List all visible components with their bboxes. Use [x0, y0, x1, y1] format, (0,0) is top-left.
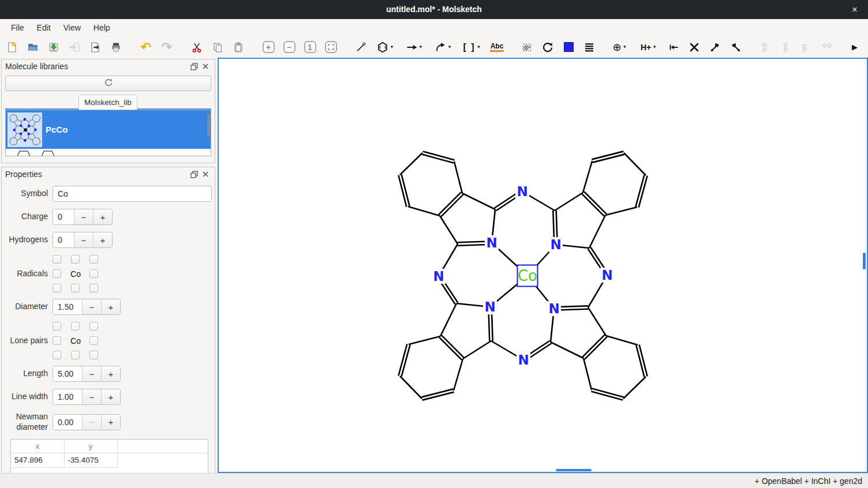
canvas-horizontal-scrollbar-thumb[interactable] — [556, 469, 592, 471]
radicals-checkbox-3[interactable] — [53, 269, 61, 278]
atom-label-Co[interactable]: Co — [518, 267, 537, 284]
charge-value[interactable]: 0 — [53, 209, 74, 224]
diameter-increment-button[interactable]: + — [101, 299, 120, 314]
cut-button[interactable] — [188, 39, 205, 56]
newman-diameter-value[interactable]: 0.00 — [53, 415, 82, 430]
paste-button[interactable] — [230, 39, 247, 56]
hydrogens-decrement-button[interactable]: − — [74, 232, 93, 247]
coords-cell[interactable]: -35.4075 — [64, 453, 117, 467]
coords-row[interactable]: 547.896-35.4075 — [11, 453, 208, 467]
toolbar-expand-button[interactable]: ▶ — [846, 39, 863, 56]
zoom-out-button[interactable]: − — [280, 39, 298, 56]
mechanism-arrow-button[interactable]: ▼ — [431, 39, 456, 56]
lone-pairs-checkbox-8[interactable] — [89, 351, 98, 359]
diameter-spinbox[interactable]: 1.50−+ — [53, 299, 121, 315]
reaction-arrow-button[interactable]: ▼ — [402, 39, 427, 56]
menu-file[interactable]: File — [5, 21, 31, 35]
menu-edit[interactable]: Edit — [31, 21, 57, 35]
brackets-button[interactable]: [ ]▼ — [459, 39, 485, 56]
lone-pairs-checkbox-1[interactable] — [71, 322, 80, 331]
coords-cell[interactable]: 547.896 — [11, 453, 64, 467]
panel-float-icon[interactable] — [188, 168, 200, 180]
symbol-field[interactable]: Co — [53, 186, 212, 202]
flip-vertical-button[interactable] — [727, 39, 744, 56]
library-item-pcco[interactable]: PcCo — [6, 110, 211, 149]
flip-horizontal-button[interactable] — [706, 39, 724, 56]
radicals-checkbox-7[interactable] — [71, 284, 80, 292]
lasso-select-button[interactable] — [518, 39, 536, 56]
atom-label-N[interactable]: N — [518, 352, 529, 367]
charge-decrement-button[interactable]: − — [74, 209, 93, 224]
library-scrollbar-thumb[interactable] — [207, 114, 210, 137]
color-button[interactable] — [560, 39, 577, 56]
length-decrement-button[interactable]: − — [82, 366, 101, 381]
diameter-decrement-button[interactable]: − — [82, 299, 101, 314]
open-file-button[interactable] — [24, 39, 42, 56]
atom-label-N[interactable]: N — [433, 269, 444, 284]
molecule-drawing[interactable]: NNNNNNNNCo — [219, 59, 867, 472]
lone-pairs-checkbox-0[interactable] — [53, 322, 61, 331]
new-file-button[interactable] — [3, 39, 21, 56]
atom-label-N[interactable]: N — [548, 301, 559, 316]
library-item-next-partial[interactable] — [6, 149, 211, 156]
hydrogens-value[interactable]: 0 — [53, 232, 74, 247]
atom-label-N[interactable]: N — [517, 184, 527, 199]
delete-button[interactable] — [686, 39, 703, 56]
export-button[interactable] — [87, 39, 104, 56]
charge-button[interactable]: ⊕▼ — [607, 39, 633, 56]
line-width-decrement-button[interactable]: − — [82, 389, 101, 404]
menu-view[interactable]: View — [57, 21, 87, 35]
panel-float-icon[interactable] — [188, 61, 200, 72]
hydrogens-increment-button[interactable]: + — [93, 232, 112, 247]
undo-button[interactable]: ↶ — [137, 39, 155, 56]
radicals-checkbox-8[interactable] — [89, 284, 98, 292]
radicals-checkbox-0[interactable] — [53, 255, 61, 264]
panel-close-icon[interactable] — [200, 61, 211, 72]
radicals-checkbox-2[interactable] — [89, 255, 98, 264]
zoom-original-button[interactable]: 1 — [301, 39, 319, 56]
line-width-value[interactable]: 1.00 — [53, 389, 82, 404]
panel-close-icon[interactable] — [200, 168, 211, 180]
radicals-checkbox-1[interactable] — [71, 255, 80, 264]
line-width-spinbox[interactable]: 1.00−+ — [53, 389, 121, 405]
ring-tool-button[interactable]: ▼ — [373, 39, 398, 56]
hydrogens-spinbox[interactable]: 0−+ — [53, 232, 113, 248]
draw-bond-button[interactable] — [352, 39, 369, 56]
newman-diameter-spinbox[interactable]: 0.00−+ — [53, 414, 121, 430]
lone-pairs-checkbox-2[interactable] — [89, 322, 98, 331]
menu-help[interactable]: Help — [87, 21, 117, 35]
radicals-checkbox-6[interactable] — [53, 284, 61, 292]
canvas-vertical-scrollbar-thumb[interactable] — [863, 253, 866, 269]
length-value[interactable]: 5.00 — [53, 366, 82, 381]
zoom-in-button[interactable]: + — [260, 39, 277, 56]
line-width-button[interactable] — [581, 39, 598, 56]
library-refresh-button[interactable] — [5, 76, 211, 91]
copy-button[interactable] — [209, 39, 226, 56]
tab-molsketch-lib[interactable]: Molsketch_lib — [78, 95, 137, 110]
length-increment-button[interactable]: + — [101, 366, 120, 381]
window-close-button[interactable]: × — [846, 0, 863, 19]
charge-spinbox[interactable]: 0−+ — [53, 209, 113, 225]
hydrogens-button[interactable]: H+▼ — [636, 39, 661, 56]
lone-pairs-checkbox-6[interactable] — [53, 351, 61, 359]
zoom-fit-button[interactable] — [322, 39, 339, 56]
print-button[interactable] — [107, 39, 125, 56]
line-width-increment-button[interactable]: + — [101, 389, 120, 404]
snap-connect-button[interactable] — [665, 39, 682, 56]
lone-pairs-checkbox-5[interactable] — [89, 336, 98, 345]
newman-diameter-increment-button[interactable]: + — [101, 415, 120, 430]
lone-pairs-checkbox-3[interactable] — [53, 336, 61, 345]
atom-label-N[interactable]: N — [484, 299, 495, 314]
charge-increment-button[interactable]: + — [93, 209, 112, 224]
drawing-canvas[interactable]: NNNNNNNNCo — [218, 58, 868, 473]
lone-pairs-checkbox-7[interactable] — [71, 351, 80, 359]
save-button[interactable] — [45, 39, 62, 56]
rotate-button[interactable] — [539, 39, 556, 56]
diameter-value[interactable]: 1.50 — [53, 299, 82, 314]
text-tool-button[interactable]: Abc — [488, 39, 506, 56]
atom-label-N[interactable]: N — [601, 268, 612, 283]
atom-label-N[interactable]: N — [486, 235, 497, 250]
length-spinbox[interactable]: 5.00−+ — [53, 366, 121, 382]
atom-label-N[interactable]: N — [550, 237, 561, 252]
radicals-checkbox-5[interactable] — [89, 269, 98, 278]
